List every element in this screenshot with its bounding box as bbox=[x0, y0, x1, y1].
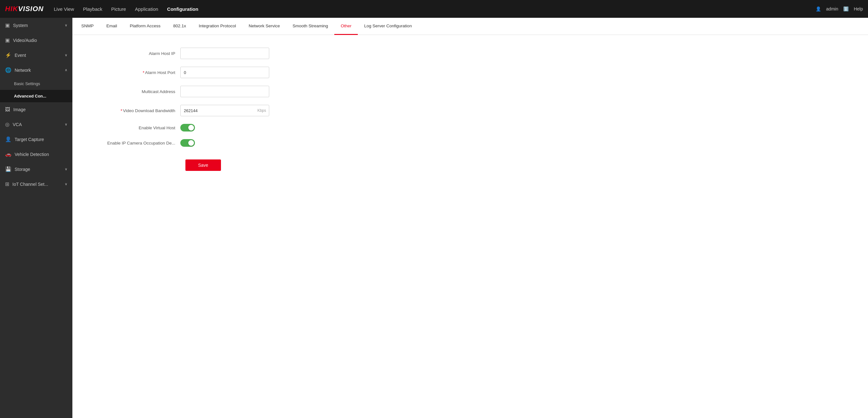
user-icon: 👤 bbox=[816, 6, 821, 11]
form-row-alarm-host-port: *Alarm Host Port bbox=[91, 67, 849, 78]
sidebar-item-storage[interactable]: 💾 Storage ∨ bbox=[0, 162, 72, 177]
sidebar-label-storage: Storage bbox=[14, 167, 30, 172]
event-icon: ⚡ bbox=[5, 52, 11, 58]
bandwidth-unit: Kbps bbox=[257, 108, 266, 113]
nav-configuration[interactable]: Configuration bbox=[167, 6, 198, 12]
nav-live-view[interactable]: Live View bbox=[54, 6, 74, 12]
layout: ▣ System ∨ ▣ Video/Audio ⚡ Event ∨ 🌐 Net… bbox=[0, 18, 868, 418]
user-name[interactable]: admin bbox=[826, 6, 838, 11]
vca-icon: ◎ bbox=[5, 121, 9, 127]
nav-application[interactable]: Application bbox=[135, 6, 158, 12]
help-link[interactable]: Help bbox=[854, 6, 863, 11]
label-enable-ip-camera: Enable IP Camera Occupation De... bbox=[91, 141, 180, 146]
label-enable-virtual-host: Enable Virtual Host bbox=[91, 125, 180, 130]
toggle-enable-ip-camera[interactable] bbox=[180, 139, 195, 147]
sidebar-item-vehicle-detection[interactable]: 🚗 Vehicle Detection bbox=[0, 147, 72, 162]
chevron-storage: ∨ bbox=[65, 167, 67, 171]
sidebar-item-video-audio[interactable]: ▣ Video/Audio bbox=[0, 33, 72, 48]
input-bandwidth-container: Kbps bbox=[180, 105, 269, 116]
sidebar-item-event[interactable]: ⚡ Event ∨ bbox=[0, 48, 72, 63]
input-multicast-address[interactable] bbox=[180, 86, 269, 97]
required-alarm-host-port: * bbox=[143, 70, 144, 75]
sidebar-label-video-audio: Video/Audio bbox=[13, 38, 37, 43]
iot-channel-icon: ⊞ bbox=[5, 181, 9, 187]
video-audio-icon: ▣ bbox=[5, 37, 10, 43]
sidebar-item-iot-channel[interactable]: ⊞ IoT Channel Set... ∨ bbox=[0, 177, 72, 191]
top-nav: HIKVISION Live View Playback Picture App… bbox=[0, 0, 868, 18]
toggle-thumb-virtual-host bbox=[188, 125, 194, 130]
chevron-system: ∨ bbox=[65, 23, 67, 27]
sidebar-item-vca[interactable]: ◎ VCA ∨ bbox=[0, 117, 72, 132]
network-icon: 🌐 bbox=[5, 67, 11, 73]
required-video-bandwidth: * bbox=[121, 108, 122, 113]
label-multicast-address: Multicast Address bbox=[91, 89, 180, 94]
chevron-iot: ∨ bbox=[65, 182, 67, 186]
logo-white: VISION bbox=[18, 5, 44, 13]
tab-network-service[interactable]: Network Service bbox=[242, 18, 286, 35]
tab-other[interactable]: Other bbox=[334, 18, 358, 35]
storage-icon: 💾 bbox=[5, 166, 11, 172]
sidebar-label-event: Event bbox=[14, 53, 26, 58]
toggle-track-ip-camera bbox=[180, 139, 195, 147]
form-row-alarm-host-ip: Alarm Host IP bbox=[91, 48, 849, 59]
sidebar: ▣ System ∨ ▣ Video/Audio ⚡ Event ∨ 🌐 Net… bbox=[0, 18, 72, 418]
main-content: SNMP Email Platform Access 802.1x Integr… bbox=[72, 18, 868, 418]
vehicle-detection-icon: 🚗 bbox=[5, 151, 11, 157]
toggle-track-virtual-host bbox=[180, 124, 195, 131]
save-row: Save bbox=[91, 154, 849, 171]
sidebar-label-system: System bbox=[13, 23, 28, 28]
form-row-multicast-address: Multicast Address bbox=[91, 86, 849, 97]
sidebar-item-target-capture[interactable]: 👤 Target Capture bbox=[0, 132, 72, 147]
nav-links: Live View Playback Picture Application C… bbox=[54, 6, 816, 12]
tab-snmp[interactable]: SNMP bbox=[75, 18, 100, 35]
tab-log-server-configuration[interactable]: Log Server Configuration bbox=[358, 18, 418, 35]
nav-right: 👤 admin ℹ️ Help bbox=[816, 6, 863, 11]
save-button[interactable]: Save bbox=[185, 159, 221, 171]
sidebar-item-network[interactable]: 🌐 Network ∧ bbox=[0, 63, 72, 78]
label-alarm-host-ip: Alarm Host IP bbox=[91, 51, 180, 56]
input-alarm-host-ip[interactable] bbox=[180, 48, 269, 59]
toggle-thumb-ip-camera bbox=[188, 140, 194, 146]
tab-bar: SNMP Email Platform Access 802.1x Integr… bbox=[72, 18, 868, 35]
tab-email[interactable]: Email bbox=[100, 18, 124, 35]
form-row-enable-ip-camera: Enable IP Camera Occupation De... bbox=[91, 139, 849, 147]
input-video-download-bandwidth[interactable] bbox=[180, 105, 269, 116]
sidebar-label-iot-channel: IoT Channel Set... bbox=[12, 182, 48, 187]
form-row-video-download-bandwidth: *Video Download Bandwidth Kbps bbox=[91, 105, 849, 116]
sidebar-label-image: Image bbox=[13, 107, 26, 112]
image-icon: 🖼 bbox=[5, 107, 10, 113]
input-alarm-host-port[interactable] bbox=[180, 67, 269, 78]
target-capture-icon: 👤 bbox=[5, 136, 11, 142]
info-icon: ℹ️ bbox=[843, 6, 849, 11]
form-area: Alarm Host IP *Alarm Host Port Multicast… bbox=[72, 35, 868, 418]
sidebar-sub-advanced-con[interactable]: Advanced Con... bbox=[0, 90, 72, 102]
toggle-enable-virtual-host[interactable] bbox=[180, 124, 195, 131]
chevron-vca: ∨ bbox=[65, 122, 67, 126]
label-video-download-bandwidth: *Video Download Bandwidth bbox=[91, 108, 180, 113]
form-row-enable-virtual-host: Enable Virtual Host bbox=[91, 124, 849, 131]
tab-integration-protocol[interactable]: Integration Protocol bbox=[192, 18, 242, 35]
label-alarm-host-port: *Alarm Host Port bbox=[91, 70, 180, 75]
sidebar-label-target-capture: Target Capture bbox=[14, 137, 44, 142]
tab-smooth-streaming[interactable]: Smooth Streaming bbox=[286, 18, 334, 35]
sidebar-label-vca: VCA bbox=[13, 122, 22, 127]
chevron-network: ∧ bbox=[65, 68, 67, 72]
sidebar-item-system[interactable]: ▣ System ∨ bbox=[0, 18, 72, 33]
logo-red: HIK bbox=[5, 5, 18, 13]
nav-playback[interactable]: Playback bbox=[83, 6, 102, 12]
system-icon: ▣ bbox=[5, 22, 10, 28]
logo: HIKVISION bbox=[5, 5, 43, 13]
chevron-event: ∨ bbox=[65, 53, 67, 57]
sidebar-label-network: Network bbox=[14, 68, 31, 73]
tab-802-1x[interactable]: 802.1x bbox=[167, 18, 193, 35]
sidebar-sub-basic-settings[interactable]: Basic Settings bbox=[0, 78, 72, 90]
sidebar-label-vehicle-detection: Vehicle Detection bbox=[14, 152, 49, 157]
nav-picture[interactable]: Picture bbox=[111, 6, 126, 12]
sidebar-item-image[interactable]: 🖼 Image bbox=[0, 102, 72, 117]
tab-platform-access[interactable]: Platform Access bbox=[124, 18, 167, 35]
